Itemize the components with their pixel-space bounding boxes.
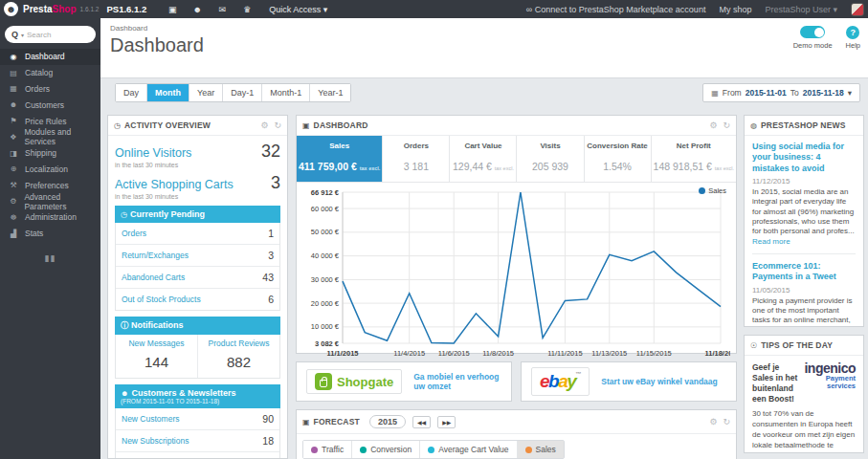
user-avatar[interactable] [851, 3, 864, 16]
toggle-switch[interactable] [800, 26, 825, 38]
cart-icon[interactable]: ▣ [160, 5, 185, 14]
messages-icon[interactable]: ✉ [210, 5, 234, 14]
sidebar-search[interactable]: Q ▾ [5, 26, 96, 43]
metric-visits[interactable]: Visits205 939 [517, 136, 584, 182]
refresh-icon[interactable]: ↻ [723, 417, 730, 426]
forecast-tabs: Traffic Conversion Average Cart Value Sa… [302, 440, 565, 459]
administration-icon: ☸ [9, 213, 18, 222]
sidebar-item-catalog[interactable]: ▤Catalog [0, 65, 100, 81]
user-menu[interactable]: PrestaShop User ▾ [765, 5, 837, 14]
preferences-icon: ⚒ [9, 181, 18, 189]
gear-icon[interactable]: ⚙ [260, 120, 268, 130]
previous-year-button[interactable]: ◀◀ [412, 416, 431, 428]
table-row[interactable]: New Customers90 [116, 408, 279, 430]
sidebar-item-customers[interactable]: ☻Customers [0, 97, 100, 113]
table-row[interactable]: Orders1 [116, 223, 279, 245]
sidebar-collapse-icon[interactable]: ▮▮ [0, 253, 100, 263]
active-carts-value: 3 [271, 173, 280, 193]
ebay-ad: ebay™ Start uw eBay winkel vandaag [521, 361, 737, 402]
sidebar-item-orders[interactable]: ▦Orders [0, 81, 100, 98]
range-day-button[interactable]: Day [116, 84, 147, 101]
dashboard-panel-title: DASHBOARD [314, 120, 368, 130]
article-date: 11/12/2015 [752, 177, 856, 186]
table-row[interactable]: Abandoned Carts43 [116, 267, 279, 289]
read-more-link[interactable]: Read more [752, 237, 790, 246]
gear-icon[interactable]: ⚙ [709, 417, 717, 426]
svg-text:11/6/2015: 11/6/2015 [438, 349, 470, 358]
next-year-button[interactable]: ▶▶ [437, 416, 456, 428]
localization-icon: ⊕ [9, 164, 18, 173]
lightbulb-icon: ☉ [750, 341, 757, 350]
avg-cart-dot-icon [428, 447, 434, 453]
range-day-1-button[interactable]: Day-1 [223, 84, 262, 101]
svg-text:10 000 €: 10 000 € [311, 322, 340, 331]
date-range-picker[interactable]: ▦ From2015-11-01 To2015-11-18 ▾ [702, 83, 860, 102]
metric-conversion-rate[interactable]: Conversion Rate1.54% [585, 136, 652, 182]
brand-name: PrestaShop [23, 4, 77, 14]
prestashop-admin: ☻ PrestaShop 1.6.1.2 PS1.6.1.2 ▣ ☻ ✉ ♛ Q… [0, 0, 868, 459]
table-row[interactable]: New Subscriptions18 [116, 430, 279, 452]
range-year-1-button[interactable]: Year-1 [310, 84, 350, 101]
refresh-icon[interactable]: ↻ [723, 120, 730, 130]
metric-orders[interactable]: Orders3 181 [383, 136, 450, 182]
tab-average-cart-value[interactable]: Average Cart Value [420, 441, 517, 458]
shopgate-ad: Shopgate Ga mobiel en verhoog uw omzet [296, 361, 512, 402]
prestashop-logo-icon[interactable]: ☻ [4, 2, 18, 16]
shopgate-link[interactable]: Ga mobiel en verhoog uw omzet [413, 372, 501, 391]
article-title-link[interactable]: Using social media for your business: 4 … [752, 142, 856, 174]
range-month-1-button[interactable]: Month-1 [262, 84, 310, 101]
quick-access-menu[interactable]: Quick Access ▾ [269, 5, 327, 14]
clock-icon: ◷ [121, 210, 127, 219]
link-icon: ∞ [526, 5, 532, 14]
table-row[interactable]: Out of Stock Products6 [116, 289, 279, 310]
sidebar-item-dashboard[interactable]: ◉Dashboard [0, 49, 100, 65]
active-carts-link[interactable]: Active Shopping Carts [115, 178, 234, 191]
calendar-icon: ▦ [711, 89, 719, 98]
online-visitors-link[interactable]: Online Visitors [115, 146, 191, 160]
new-messages-cell[interactable]: New Messages144 [116, 335, 197, 378]
product-reviews-cell[interactable]: Product Reviews882 [197, 335, 279, 378]
svg-text:11/11/2015: 11/11/2015 [547, 349, 582, 358]
chart-legend[interactable]: Sales [699, 186, 726, 195]
my-shop-link[interactable]: My shop [719, 5, 751, 14]
demo-mode-toggle[interactable]: Demo mode [793, 26, 833, 50]
forecast-year[interactable]: 2015 [369, 415, 406, 428]
help-button[interactable]: ? Help [846, 26, 860, 50]
customers-icon[interactable]: ☻ [185, 5, 210, 14]
ebay-link[interactable]: Start uw eBay winkel vandaag [601, 377, 717, 386]
sidebar-item-administration[interactable]: ☸Administration [0, 209, 100, 226]
gear-icon[interactable]: ⚙ [709, 120, 717, 130]
tips-title: TIPS OF THE DAY [761, 340, 833, 350]
sidebar-item-modules[interactable]: ❖Modules and Services [0, 129, 100, 145]
marketplace-link[interactable]: ∞ Connect to PrestaShop Marketplace acco… [526, 5, 706, 14]
tab-traffic[interactable]: Traffic [303, 441, 352, 458]
stats-icon: ▟ [9, 230, 18, 238]
search-input[interactable] [27, 31, 77, 39]
shipping-icon: ◨ [9, 149, 18, 158]
tab-conversion[interactable]: Conversion [352, 441, 420, 458]
article-excerpt: In 2015, social media are an integral pa… [752, 187, 856, 247]
breadcrumb[interactable]: Dashboard [100, 18, 868, 33]
pending-table: Orders1 Return/Exchanges3 Abandoned Cart… [115, 223, 280, 311]
table-row[interactable]: Total Subscribers1308 [116, 452, 279, 459]
trophy-icon[interactable]: ♛ [234, 5, 259, 14]
forecast-panel: ▣ FORECAST 2015 ◀◀ ▶▶ ⚙↻ Traffic Convers… [296, 409, 737, 459]
cart-icon: ▣ [302, 121, 310, 130]
sidebar-item-localization[interactable]: ⊕Localization [0, 162, 100, 178]
ebay-logo: ebay™ [531, 367, 590, 396]
sidebar-item-shipping[interactable]: ◨Shipping [0, 145, 100, 162]
tab-sales[interactable]: Sales [518, 441, 564, 458]
svg-text:11/8/2015: 11/8/2015 [482, 349, 514, 358]
sidebar-item-stats[interactable]: ▟Stats [0, 226, 100, 242]
svg-text:3 082 €: 3 082 € [315, 339, 340, 348]
metric-net-profit[interactable]: Net Profit148 918,51 € tax excl. [652, 136, 736, 182]
sidebar-item-advanced-parameters[interactable]: ⚙Advanced Parameters [0, 193, 100, 209]
table-row[interactable]: Return/Exchanges3 [116, 245, 279, 267]
metric-cart-value[interactable]: Cart Value129,44 € tax excl. [450, 136, 517, 182]
metric-sales[interactable]: Sales411 759,00 € tax excl. [297, 136, 383, 182]
range-year-button[interactable]: Year [189, 84, 223, 101]
refresh-icon[interactable]: ↻ [274, 120, 281, 130]
range-month-button[interactable]: Month [147, 84, 189, 101]
customers-newsletters-header: ☻Customers & Newsletters(FROM 2015-11-01… [115, 384, 280, 408]
article-title-link[interactable]: Ecommerce 101: Payments in a Tweet [752, 261, 856, 283]
